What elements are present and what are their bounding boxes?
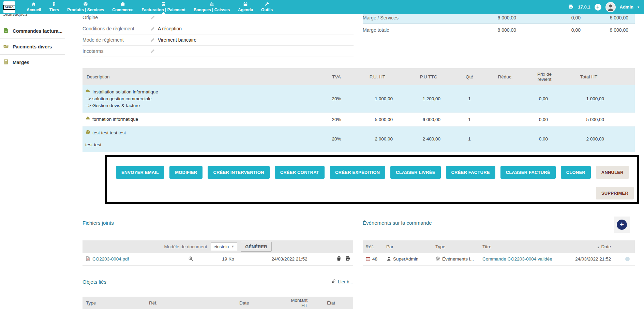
col-qty: Qté	[454, 68, 485, 85]
sidebar-item-label: Paiements divers	[13, 44, 52, 49]
line-tva: 20%	[321, 85, 352, 113]
edit-pencil-icon[interactable]	[150, 38, 155, 43]
attachments-title: Fichiers joints	[83, 220, 114, 226]
menu-accueil[interactable]: Accueil	[23, 0, 45, 14]
event-calendar-icon	[365, 256, 371, 262]
company-logo[interactable]: DEMO	[3, 1, 15, 13]
margin-row-total: Marge totale 8 000,00 0,00 8 000,00	[363, 24, 635, 36]
field-origine: Origine	[83, 14, 354, 23]
menu-commerce[interactable]: Commerce	[108, 0, 137, 14]
user-menu[interactable]: Admin	[620, 4, 633, 10]
line-tva: 20%	[321, 113, 352, 126]
service-icon	[85, 88, 90, 95]
line-description: test test	[85, 142, 318, 148]
annotation-highlight-box: ENVOYER EMAIL MODIFIER CRÉER INTERVENTIO…	[105, 155, 639, 204]
modifier-button[interactable]: MODIFIER	[169, 166, 203, 179]
sidebar-divider	[0, 70, 65, 70]
col-etat: État	[308, 300, 353, 306]
doc-model-select[interactable]: einstein	[211, 242, 238, 251]
col-montant-ht: Montant HT	[284, 298, 308, 308]
line-description: --> Gestion devis & facture	[85, 102, 318, 109]
margins-summary: Marge / Services 6 000,00 0,00 6 000,00 …	[363, 14, 635, 36]
classer-livree-button[interactable]: CLASSER LIVRÉE	[390, 166, 440, 179]
line-qty: 1	[454, 126, 485, 152]
creer-intervention-button[interactable]: CRÉER INTERVENTION	[208, 166, 269, 179]
field-label: Origine	[83, 15, 150, 20]
margin-value: 6 000,00	[581, 15, 628, 20]
edit-pencil-icon[interactable]	[150, 26, 155, 31]
user-icon	[386, 256, 391, 262]
line-description: formation informatique	[92, 116, 138, 123]
order-line-row[interactable]: test test test test test test 20% 2 000,…	[83, 126, 635, 152]
sort-asc-icon	[597, 246, 600, 249]
menu-agenda[interactable]: Agenda	[234, 0, 257, 14]
add-event-button[interactable]	[614, 217, 630, 233]
menu-banques-caisses[interactable]: Banques | Caisses	[190, 0, 234, 14]
field-label: Incoterms	[83, 48, 150, 54]
order-line-row[interactable]: formation informatique 20% 5 000,00 6 00…	[83, 113, 635, 126]
event-ref[interactable]: 48	[372, 256, 377, 262]
events-section: Événements sur la commande Réf. Par Type…	[363, 220, 635, 226]
main-content: Origine Conditions de règlement A récept…	[69, 14, 644, 312]
quick-add-icon[interactable]	[595, 4, 601, 11]
sidebar-item-paiements-divers[interactable]: Paiements divers	[0, 39, 65, 54]
creer-contrat-button[interactable]: CRÉER CONTRAT	[275, 166, 325, 179]
avatar[interactable]	[605, 2, 616, 12]
attachments-header: Modèle de document einstein GÉNÉRER	[83, 240, 353, 253]
field-incoterms: Incoterms	[83, 46, 354, 57]
menu-outils[interactable]: Outils	[257, 0, 277, 14]
preview-zoom-icon[interactable]	[179, 256, 203, 262]
annuler-button[interactable]: ANNULER	[596, 166, 629, 179]
event-type: Événements i...	[442, 256, 474, 262]
envoyer-email-button[interactable]: ENVOYER EMAIL	[116, 166, 164, 179]
sidebar-section-statistiques[interactable]: Statistiques	[0, 14, 69, 18]
col-type: Type	[433, 244, 480, 249]
banknote-icon	[3, 43, 9, 50]
classer-facture-button[interactable]: CLASSER FACTURÉ	[500, 166, 556, 179]
menu-label: Banques | Caisses	[194, 8, 230, 12]
sidebar-item-commandes-facturables[interactable]: Commandes factura...	[0, 23, 65, 39]
field-value: A réception	[158, 26, 182, 31]
link-to-action[interactable]: Lier à...	[331, 279, 353, 285]
generer-button[interactable]: GÉNÉRER	[241, 242, 271, 252]
col-date-sortable[interactable]: Date	[574, 244, 620, 249]
col-cost: Prix derevient	[526, 68, 563, 85]
attachment-link[interactable]: CO2203-0004.pdf	[92, 256, 129, 262]
field-label: Conditions de règlement	[83, 26, 150, 31]
line-qty: 1	[454, 113, 485, 126]
line-cost: 0,00	[526, 126, 563, 152]
sidebar-item-label: Marges	[13, 60, 29, 65]
sidebar-item-marges[interactable]: Marges	[0, 54, 65, 70]
line-total: 2 000,00	[563, 126, 635, 152]
briefcase-icon	[120, 2, 125, 6]
line-description: Installation solution informatique	[92, 89, 158, 95]
edit-pencil-icon[interactable]	[150, 15, 155, 20]
col-tva: TVA	[321, 68, 352, 85]
events-title: Événements sur la commande	[363, 220, 432, 226]
supprimer-button[interactable]: SUPPRIMER	[596, 187, 634, 199]
order-line-row[interactable]: Installation solution informatique --> s…	[83, 85, 635, 113]
creer-facture-button[interactable]: CRÉER FACTURE	[446, 166, 495, 179]
event-user[interactable]: SuperAdmin	[393, 256, 418, 262]
edit-pencil-icon[interactable]	[150, 49, 155, 54]
print-icon[interactable]	[568, 4, 574, 10]
menu-produits-services[interactable]: Produits | Services	[63, 0, 108, 14]
menu-label: Produits | Services	[67, 8, 104, 12]
event-title-link[interactable]: Commande CO2203-0004 validée	[482, 256, 552, 262]
margin-value: 0,00	[516, 27, 581, 33]
linked-objects-title: Objets liés	[83, 279, 106, 285]
menu-tiers[interactable]: Tiers	[45, 0, 63, 14]
trash-icon[interactable]	[336, 256, 342, 262]
col-par: Par	[384, 244, 433, 249]
cloner-button[interactable]: CLONER	[561, 166, 591, 179]
print-file-icon[interactable]	[345, 256, 350, 262]
creer-expedition-button[interactable]: CRÉER EXPÉDITION	[330, 166, 385, 179]
col-ref: Réf.	[144, 300, 229, 306]
field-conditions-reglement: Conditions de règlement A réception	[83, 23, 354, 34]
line-pu-ht: 2 000,00	[352, 126, 403, 152]
menu-facturation-paiement[interactable]: Facturation | Paiement	[137, 0, 190, 14]
chevron-down-icon	[638, 5, 639, 9]
navbar-right: 17.0.1 Admin	[568, 0, 639, 14]
margin-value: 8 000,00	[581, 27, 628, 33]
attachment-date: 24/03/2022 21:52	[254, 256, 325, 262]
